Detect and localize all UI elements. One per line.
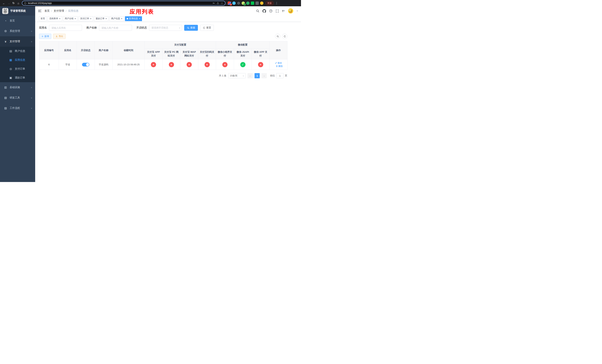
- sidebar-item-infrastructure[interactable]: ▥ 基础设施 ∨: [0, 82, 35, 93]
- back-icon[interactable]: ←: [1, 1, 6, 6]
- col-header-alipay-wap: 支付宝 WAP 网站支付: [180, 49, 198, 59]
- page-size-select[interactable]: 10条/页 ∨: [228, 73, 246, 78]
- search-button-label: 搜索: [190, 26, 195, 30]
- sidebar-item-app-info[interactable]: ▦ 应用信息: [0, 55, 35, 64]
- url-text[interactable]: localhost:1024/pay/app: [28, 2, 211, 4]
- edit-button-label: 修改: [278, 62, 282, 65]
- breadcrumb-home[interactable]: 首页: [44, 9, 50, 13]
- col-header-wechat-mini: 微信小程序支付: [216, 49, 234, 59]
- help-icon[interactable]: ?: [269, 9, 272, 13]
- tab-merchant-info[interactable]: 商户信息×: [109, 16, 124, 21]
- extension-icon[interactable]: [237, 1, 240, 5]
- next-page-button[interactable]: ›: [262, 73, 267, 78]
- toggle-search-button[interactable]: [275, 34, 280, 39]
- status-select[interactable]: 请选择开启状态 ∨: [149, 25, 182, 31]
- sidebar-item-label: 研发工具: [10, 96, 31, 99]
- password-key-icon[interactable]: [213, 2, 215, 4]
- sidebar-item-pay-orders[interactable]: ◎ 支付订单: [0, 64, 35, 73]
- group-header-wechat: 微信配置: [216, 41, 269, 49]
- app-logo[interactable]: 芋道管理系统: [0, 6, 35, 16]
- fullscreen-icon[interactable]: [276, 10, 279, 13]
- close-icon[interactable]: ×: [106, 17, 107, 20]
- sidebar-item-merchant-info[interactable]: ▤ 商户信息: [0, 47, 35, 55]
- close-icon[interactable]: ×: [75, 17, 76, 20]
- tab-process-form[interactable]: 流程表单×: [48, 16, 62, 21]
- search-icon[interactable]: [256, 9, 259, 13]
- chevron-down-icon: ∨: [31, 97, 32, 99]
- tab-pay-orders[interactable]: 支付订单×: [78, 16, 93, 21]
- delete-button[interactable]: 删除: [276, 65, 283, 68]
- col-header-wechat-jsapi: 微信 JSAPI 支付: [234, 49, 252, 59]
- address-bar[interactable]: localhost:1024/pay/app ☆: [22, 1, 226, 6]
- forward-icon[interactable]: →: [6, 1, 11, 6]
- add-button[interactable]: 新增: [39, 34, 51, 39]
- col-header-actions: 操作: [269, 41, 288, 59]
- refresh-button[interactable]: [282, 34, 287, 39]
- tab-app-info[interactable]: 应用信息×: [125, 16, 142, 21]
- page-size-value: 10条/页: [230, 74, 237, 77]
- bookmark-star-icon[interactable]: ☆: [221, 1, 223, 5]
- close-icon[interactable]: ×: [90, 17, 91, 20]
- search-form: 应用名 商户名称 开启状态 请选择开启状态 ∨ 搜索 重置: [39, 25, 287, 31]
- search-button[interactable]: 搜索: [184, 25, 198, 31]
- extension-icon[interactable]: [246, 1, 249, 5]
- pagination: 共 1 条 10条/页 ∨ ‹ 1 › 前往 页: [39, 73, 287, 78]
- share-icon[interactable]: [216, 2, 219, 4]
- extension-icon[interactable]: [251, 1, 254, 5]
- cell-merchant: 芋道源码: [95, 59, 113, 70]
- site-info-icon[interactable]: [24, 2, 26, 4]
- sidebar-item-dev-tools[interactable]: ▧ 研发工具 ∨: [0, 93, 35, 103]
- sidebar-item-workflow[interactable]: ▨ 工作流程 ∨: [0, 103, 35, 113]
- sidebar-item-home[interactable]: ◔ 首页: [0, 16, 35, 26]
- reset-button-label: 重置: [206, 26, 211, 30]
- merchant-name-label: 商户名称: [86, 26, 97, 30]
- home-icon[interactable]: ⌂: [16, 1, 21, 6]
- extension-icon[interactable]: [256, 1, 259, 5]
- col-header-status: 开启状态: [77, 41, 95, 59]
- close-icon[interactable]: ×: [139, 17, 140, 20]
- close-icon[interactable]: ×: [59, 17, 61, 20]
- add-button-label: 新增: [44, 35, 49, 38]
- breadcrumb-current: 应用信息: [68, 9, 78, 13]
- tab-label: 流程表单: [49, 17, 58, 20]
- tab-refund-orders[interactable]: 退款订单×: [94, 16, 109, 21]
- edit-button[interactable]: 修改: [275, 62, 282, 65]
- sidebar-item-refund-orders[interactable]: ▣ 退款订单: [0, 73, 35, 82]
- extension-icon[interactable]: 10: [228, 1, 231, 5]
- breadcrumb-payment[interactable]: 支付管理: [54, 9, 64, 13]
- extension-icon[interactable]: [260, 1, 263, 5]
- extension-badge: 10: [230, 3, 232, 6]
- reset-button[interactable]: 重置: [200, 25, 214, 31]
- export-button-label: 导出: [59, 35, 63, 38]
- enable-toggle[interactable]: [82, 63, 89, 66]
- app-name-input[interactable]: [49, 25, 82, 31]
- tab-home[interactable]: 首页: [39, 16, 47, 21]
- font-size-icon[interactable]: TT: [282, 10, 285, 13]
- prev-page-button[interactable]: ‹: [247, 73, 253, 78]
- flow-icon: ▨: [4, 107, 7, 110]
- server-icon: ▥: [4, 86, 7, 89]
- sidebar-collapse-icon[interactable]: [38, 10, 42, 12]
- avatar[interactable]: [288, 8, 293, 14]
- extension-icon[interactable]: 1: [242, 1, 245, 5]
- merchant-name-input[interactable]: [99, 25, 132, 31]
- tab-user-group[interactable]: 用户分组×: [63, 16, 78, 21]
- current-page-button[interactable]: 1: [255, 73, 260, 78]
- sidebar-item-system[interactable]: 系统管理 ∨: [0, 26, 35, 36]
- channel-status-icon: ×: [204, 62, 210, 67]
- app-title: 芋道管理系统: [10, 9, 26, 13]
- browser-menu-icon[interactable]: ⋮: [275, 1, 278, 5]
- chevron-down-icon: ∨: [31, 107, 32, 109]
- sidebar-menu: ◔ 首页 系统管理 ∨ ¥ 支付管理 ∧ ▤ 商户信息: [0, 16, 35, 113]
- group-header-alipay: 支付宝配置: [145, 41, 216, 49]
- sidebar-item-payment[interactable]: ¥ 支付管理 ∧: [0, 36, 35, 47]
- close-icon[interactable]: ×: [121, 17, 122, 20]
- browser-update-button[interactable]: 更新: [265, 1, 274, 6]
- export-button[interactable]: 导出: [53, 34, 65, 39]
- extension-icon[interactable]: [232, 1, 236, 5]
- goto-page-input[interactable]: [276, 73, 284, 78]
- github-icon[interactable]: [262, 9, 266, 13]
- reload-icon[interactable]: ↻: [11, 1, 16, 6]
- avatar-dropdown-icon[interactable]: [297, 11, 298, 12]
- dashboard-icon: ◔: [4, 19, 7, 22]
